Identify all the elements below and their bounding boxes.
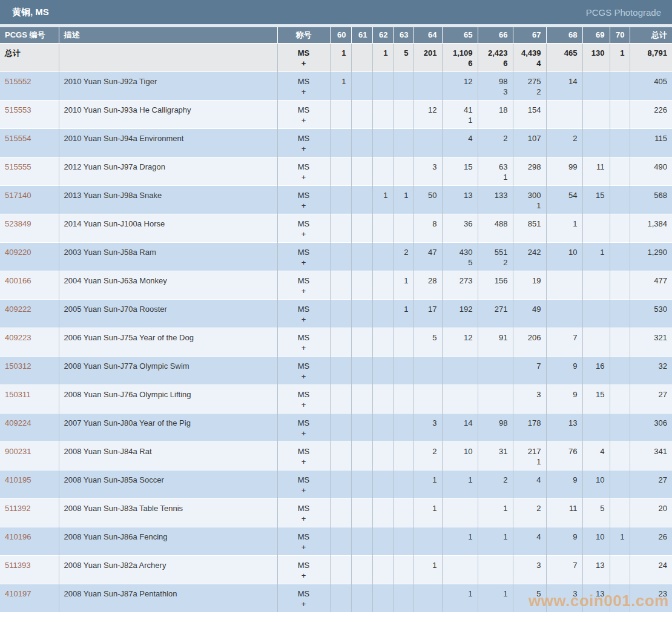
row-total: 32: [630, 356, 672, 384]
coin-description: 2008 Yuan Sun-J87a Pentathlon: [59, 584, 277, 612]
grade-cell-61: [351, 328, 372, 356]
grade-plus-count: [357, 190, 367, 200]
table-row: 4092222005 Yuan Sun-J70a RoosterMS+11719…: [0, 299, 672, 328]
table-row: 5113932008 Yuan Sun-J82a ArcheryMS+13713…: [0, 555, 672, 584]
grade-ms-count: 14: [552, 76, 578, 87]
pcgs-id-link[interactable]: 515552: [0, 71, 59, 100]
grade-plus-count: [518, 144, 541, 154]
pcgs-id-link[interactable]: 511392: [0, 498, 59, 527]
table-row: 4101952008 Yuan Sun-J85a SoccerMS+112491…: [0, 470, 672, 498]
grade-plus-count: [615, 133, 625, 144]
pcgs-id-link[interactable]: 517140: [0, 185, 59, 214]
grade-plus-count: [378, 389, 388, 400]
grade-cell-62: [372, 328, 393, 356]
grade-ms-count: 275: [518, 76, 541, 87]
grade-ms-count: 2,423: [483, 48, 508, 58]
grade-plus-count: [447, 87, 473, 97]
pcgs-id-link[interactable]: 400166: [0, 271, 59, 299]
grade-plus-count: [419, 58, 437, 68]
grade-plus-count: [398, 200, 409, 211]
pcgs-id-link[interactable]: 900231: [0, 441, 59, 470]
grade-cell-69: 130: [582, 43, 610, 71]
grade-ms-count: 76: [552, 446, 578, 457]
table-row: 4092202003 Yuan Sun-J58a RamMS+247430555…: [0, 242, 672, 271]
pcgs-id-link[interactable]: 515553: [0, 100, 59, 128]
grade-ms-count: 10: [552, 247, 578, 257]
grade-cell-60: [330, 128, 351, 157]
grade-plus-count: [357, 247, 367, 257]
pcgs-id-link[interactable]: 409220: [0, 242, 59, 271]
page-header: 黄铜, MS PCGS Photograde: [0, 0, 672, 24]
grade-ms-count: 18: [483, 105, 508, 115]
grade-cell-70: [610, 584, 630, 612]
grade-plus-count: [335, 503, 346, 513]
grade-cell-64: 1: [413, 498, 442, 527]
grade-ms-count: 133: [483, 190, 508, 200]
designation-plus: +: [283, 314, 325, 325]
grade-ms-count: 271: [483, 304, 508, 314]
grade-ms-count: 2: [483, 133, 508, 144]
grade-plus-count: [552, 513, 578, 524]
grade-ms-count: 15: [588, 190, 605, 200]
row-total: 306: [630, 413, 672, 441]
pcgs-id-link[interactable]: 409222: [0, 299, 59, 328]
grade-plus-count: [357, 503, 367, 513]
grade-ms-count: 551: [483, 247, 508, 257]
grade-plus-count: [588, 457, 605, 467]
grade-cell-65: 411: [442, 100, 478, 128]
grade-cell-63: [393, 584, 413, 612]
grade-ms-count: 9: [552, 361, 578, 371]
grade-plus-count: [419, 570, 437, 581]
row-total: 24: [630, 555, 672, 584]
grade-cell-64: 5: [413, 328, 442, 356]
designation-cell: MS+: [277, 413, 330, 441]
pcgs-id-link[interactable]: 150312: [0, 356, 59, 384]
grade-cell-63: 5: [393, 43, 413, 71]
designation-plus: +: [283, 599, 325, 609]
grade-plus-count: [398, 219, 409, 229]
grade-plus-count: 1: [447, 115, 473, 125]
grade-ms-count: 12: [447, 76, 473, 87]
designation-ms: MS: [283, 133, 325, 144]
grade-cell-66: [478, 555, 513, 584]
grade-cell-65: 12: [442, 328, 478, 356]
grade-cell-67: 3: [513, 555, 546, 584]
grade-plus-count: [588, 219, 605, 229]
pcgs-id-link[interactable]: 409224: [0, 413, 59, 441]
designation-plus: +: [283, 457, 325, 467]
pcgs-id-link[interactable]: 150311: [0, 384, 59, 413]
grade-cell-63: [393, 128, 413, 157]
pcgs-id-link[interactable]: 410197: [0, 584, 59, 612]
grade-plus-count: [378, 219, 388, 229]
grade-plus-count: [398, 532, 409, 542]
grade-cell-69: 10: [582, 527, 610, 555]
totals-label: 总计: [0, 43, 59, 71]
coin-description: [59, 43, 277, 71]
grade-cell-67: 242: [513, 242, 546, 271]
pcgs-id-link[interactable]: 409223: [0, 328, 59, 356]
pcgs-id-link[interactable]: 523849: [0, 214, 59, 242]
pcgs-id-link[interactable]: 515555: [0, 157, 59, 185]
grade-plus-count: [483, 200, 508, 211]
grade-cell-69: 15: [582, 185, 610, 214]
row-total: 405: [630, 71, 672, 100]
grade-cell-66: 1: [478, 498, 513, 527]
grade-ms-count: 1: [378, 48, 388, 58]
grade-cell-64: 3: [413, 157, 442, 185]
col-header-grade-70: 70: [610, 27, 630, 43]
photograde-link[interactable]: PCGS Photograde: [586, 7, 661, 18]
grade-plus-count: [447, 286, 473, 296]
grade-cell-62: [372, 584, 393, 612]
pcgs-id-link[interactable]: 515554: [0, 128, 59, 157]
pcgs-id-link[interactable]: 410196: [0, 527, 59, 555]
grade-plus-count: 1: [483, 172, 508, 182]
grade-cell-70: [610, 328, 630, 356]
pcgs-id-link[interactable]: 511393: [0, 555, 59, 584]
designation-plus: +: [283, 570, 325, 581]
designation-plus: +: [283, 172, 325, 182]
pcgs-id-link[interactable]: 410195: [0, 470, 59, 498]
grade-plus-count: [335, 389, 346, 400]
grade-ms-count: 12: [447, 332, 473, 343]
grade-ms-count: 130: [588, 48, 605, 58]
grade-plus-count: [357, 162, 367, 172]
